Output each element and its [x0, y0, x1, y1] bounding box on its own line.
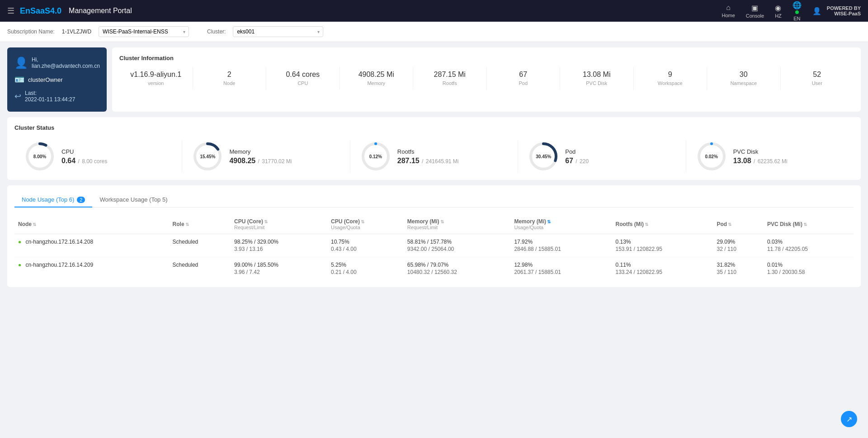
col-role[interactable]: Role⇅	[169, 215, 231, 234]
role-icon: 🪪	[14, 75, 24, 85]
metric-value: 287.15 Mi	[415, 71, 485, 79]
sort-icon[interactable]: ⇅	[728, 222, 731, 227]
metric-rootfs: 287.15 MiRootfs	[413, 67, 487, 89]
col-mem_usage[interactable]: Memory (Mi)⇅Usage/Quota	[510, 215, 612, 234]
status-dot	[795, 10, 799, 14]
metric-memory: 4908.25 MiMemory	[340, 67, 414, 89]
cell-mem-usage: 12.98% 2061.37 / 15885.01	[510, 257, 612, 280]
gauge-percent-pvc: 0.02%	[705, 154, 717, 159]
col-rootfs[interactable]: Rootfs (Mi)⇅	[612, 215, 713, 234]
user-card: 👤 Hi, lian.zhe@advantech.com.cn 🪪 cluste…	[7, 47, 107, 112]
header: ☰ EnSaaS4.0 Management Portal ⌂ Home ▣ C…	[0, 0, 868, 22]
nav-lang[interactable]: 🌐 EN	[793, 1, 802, 21]
metric-label: Rootfs	[415, 80, 485, 86]
metric-label: CPU	[268, 80, 338, 86]
col-cpu_req[interactable]: CPU (Core)⇅Request/Limit	[231, 215, 327, 234]
gauge-value-cpu: 0.64 / 8.00 cores	[61, 157, 173, 165]
tab-label-node: Node Usage (Top 6)	[22, 196, 74, 203]
metric-workspace: 9Workspace	[634, 67, 708, 89]
sort-icon[interactable]: ⇅	[440, 219, 444, 224]
subscription-select[interactable]: WISE-PaaS-Internal-ENSS	[99, 26, 189, 37]
metric-cpu: 0.64 coresCPU	[266, 67, 340, 89]
cell-mem-req: 65.98% / 79.07% 10480.32 / 12560.32	[404, 257, 511, 280]
cell-pvc: 0.03% 11.78 / 42205.05	[764, 234, 854, 257]
cell-cpu-usage: 5.25% 0.21 / 4.00	[327, 257, 404, 280]
sort-icon[interactable]: ⇅	[33, 222, 36, 227]
col-label: PVC Disk (Mi)	[767, 221, 802, 227]
node-name: cn-hangzhou.172.16.14.209	[26, 262, 93, 268]
col-pod[interactable]: Pod⇅	[713, 215, 764, 234]
sub-name-label: Subscription Name:	[7, 28, 55, 35]
gauge-title-rootfs: Rootfs	[397, 148, 509, 155]
metric-label: Node	[195, 80, 264, 86]
metric-label: PVC Disk	[562, 80, 632, 86]
cluster-select-wrapper[interactable]: eks001	[233, 26, 323, 37]
col-label: Node	[18, 221, 32, 227]
sort-icon[interactable]: ⇅	[803, 222, 807, 227]
gauge-memory: 15.45% Memory 4908.25 / 31770.02 Mi	[182, 140, 350, 173]
cluster-metrics: v1.16.9-aliyun.1version2Node0.64 coresCP…	[119, 67, 854, 89]
col-node[interactable]: Node⇅	[14, 215, 169, 234]
col-subheader: Usage/Quota	[331, 225, 400, 230]
node-status-dot: ●	[18, 262, 21, 268]
nav-console[interactable]: ▣ Console	[746, 4, 764, 19]
sort-icon[interactable]: ⇅	[361, 219, 364, 224]
col-subheader: Usage/Quota	[514, 225, 608, 230]
nav-user[interactable]: 👤	[812, 7, 821, 15]
tab-badge-node: 2	[77, 197, 85, 203]
gauge-circle-pvc: 0.02%	[695, 140, 728, 173]
cell-role: Scheduled	[169, 257, 231, 280]
metric-label: Namespace	[709, 80, 778, 86]
sort-icon[interactable]: ⇅	[645, 222, 648, 227]
metric-user: 52User	[781, 67, 854, 89]
gauge-rootfs: 0.12% Rootfs 287.15 / 241645.91 Mi	[350, 140, 518, 173]
top-section: 👤 Hi, lian.zhe@advantech.com.cn 🪪 cluste…	[7, 47, 861, 112]
gauge-title-cpu: CPU	[61, 148, 173, 155]
sub-select-wrapper[interactable]: WISE-PaaS-Internal-ENSS	[99, 26, 189, 37]
node-name: cn-hangzhou.172.16.14.208	[26, 239, 93, 245]
metric-value: 9	[636, 71, 705, 79]
user-last-info: Last: 2022-01-11 13:44:27	[25, 90, 75, 103]
col-subheader: Request/Limit	[407, 225, 507, 230]
nav-lang-label: EN	[793, 16, 800, 21]
cell-mem-usage: 17.92% 2846.88 / 15885.01	[510, 234, 612, 257]
col-subheader: Request/Limit	[234, 225, 324, 230]
gauge-circle-rootfs: 0.12%	[359, 140, 392, 173]
col-label: Rootfs (Mi)	[615, 221, 644, 227]
tab-node[interactable]: Node Usage (Top 6)2	[14, 193, 92, 207]
sort-icon[interactable]: ⇅	[547, 219, 551, 224]
sort-icon[interactable]: ⇅	[185, 222, 189, 227]
gauge-percent-cpu: 8.00%	[33, 154, 46, 159]
last-time: 2022-01-11 13:44:27	[25, 96, 75, 103]
cluster-select[interactable]: eks001	[233, 26, 323, 37]
nav-home[interactable]: ⌂ Home	[722, 4, 735, 18]
cluster-status-title: Cluster Status	[14, 124, 854, 131]
cell-pod: 31.82% 35 / 110	[713, 257, 764, 280]
nav-hz-label: HZ	[775, 13, 782, 19]
user-role: clusterOwner	[28, 76, 63, 83]
brand-name: EnSaaS4.0	[20, 6, 61, 16]
col-mem_req[interactable]: Memory (Mi)⇅Request/Limit	[404, 215, 511, 234]
gauge-info-pvc: PVC Disk 13.08 / 62235.62 Mi	[733, 148, 844, 165]
location-icon: ◉	[775, 4, 781, 12]
menu-icon[interactable]: ☰	[7, 6, 14, 16]
header-nav: ⌂ Home ▣ Console ◉ HZ 🌐 EN 👤	[722, 1, 821, 21]
main-content: 👤 Hi, lian.zhe@advantech.com.cn 🪪 cluste…	[0, 42, 868, 292]
metric-value: 4908.25 Mi	[342, 71, 411, 79]
metric-value: 0.64 cores	[268, 71, 338, 79]
col-label: Memory (Mi)	[407, 218, 439, 225]
col-cpu_usage[interactable]: CPU (Core)⇅Usage/Quota	[327, 215, 404, 234]
cluster-info-title: Cluster Information	[119, 55, 854, 61]
cell-rootfs: 0.11% 133.24 / 120822.95	[612, 257, 713, 280]
gauge-value-rootfs: 287.15 / 241645.91 Mi	[397, 157, 509, 165]
cluster-status-card: Cluster Status 8.00% CPU 0.64 / 8.00 cor…	[7, 117, 861, 180]
nav-hz[interactable]: ◉ HZ	[775, 4, 782, 19]
tab-workspace[interactable]: Workspace Usage (Top 5)	[92, 193, 175, 207]
col-pvc[interactable]: PVC Disk (Mi)⇅	[764, 215, 854, 234]
gauge-info-cpu: CPU 0.64 / 8.00 cores	[61, 148, 173, 165]
powered-brand: WISE-PaaS	[827, 11, 861, 16]
metric-value: v1.16.9-aliyun.1	[121, 71, 191, 79]
col-label: Role	[173, 221, 184, 227]
gauge-percent-pod: 30.45%	[536, 154, 551, 159]
sort-icon[interactable]: ⇅	[264, 219, 268, 224]
